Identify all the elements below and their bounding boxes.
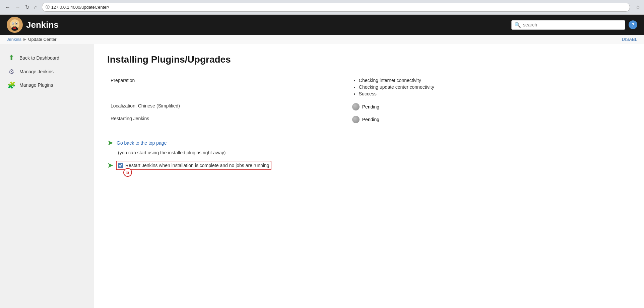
help-button[interactable]: ?	[629, 20, 637, 29]
restarting-status-text: Pending	[362, 117, 379, 122]
localization-status: Pending	[349, 100, 631, 113]
refresh-button[interactable]: ↻	[23, 3, 31, 11]
preparation-row: Preparation Checking internet connectivi…	[107, 75, 631, 100]
jenkins-title: Jenkins	[26, 20, 59, 30]
breadcrumb-separator: ▶	[23, 37, 26, 42]
header-right: 🔍 ?	[511, 20, 637, 30]
sidebar-label-manage-jenkins: Manage Jenkins	[19, 69, 54, 74]
content-area: Installing Plugins/Upgrades Preparation …	[94, 44, 644, 308]
svg-point-5	[16, 23, 17, 24]
lock-icon: ⓘ	[46, 4, 50, 10]
restarting-label: Restarting Jenkins	[107, 113, 349, 126]
search-icon: 🔍	[514, 22, 521, 28]
localization-label: Localization: Chinese (Simplified)	[107, 100, 349, 113]
go-back-row: ➤ Go back to the top page	[107, 139, 631, 147]
prep-list: Checking internet connectivity Checking …	[359, 78, 627, 96]
sidebar: ⬆ Back to Dashboard ⚙ Manage Jenkins 🧩 M…	[0, 44, 94, 308]
localization-row: Localization: Chinese (Simplified) Pendi…	[107, 100, 631, 113]
restarting-dot	[352, 116, 360, 123]
sidebar-item-back-dashboard[interactable]: ⬆ Back to Dashboard	[5, 51, 89, 65]
prep-item-0: Checking internet connectivity	[359, 78, 627, 83]
home-button[interactable]: ⌂	[33, 4, 39, 11]
gear-icon: ⚙	[7, 68, 16, 76]
go-back-arrow-icon: ➤	[107, 139, 113, 147]
forward-button[interactable]: →	[13, 4, 22, 11]
restarting-row: Restarting Jenkins Pending	[107, 113, 631, 126]
page-title: Installing Plugins/Upgrades	[107, 54, 631, 65]
preparation-status: Checking internet connectivity Checking …	[349, 75, 631, 100]
address-bar[interactable]: ⓘ 127.0.0.1:4000/updateCenter/	[42, 3, 630, 12]
localization-status-text: Pending	[362, 104, 379, 109]
search-input[interactable]	[523, 22, 622, 27]
localization-pending: Pending	[352, 103, 627, 110]
install-table: Preparation Checking internet connectivi…	[107, 75, 631, 126]
restart-row: ➤ Restart Jenkins when installation is c…	[107, 161, 631, 170]
back-button[interactable]: ←	[3, 4, 12, 11]
prep-item-2: Success	[359, 91, 627, 96]
breadcrumb-bar: Jenkins ▶ Update Center DISABL	[0, 35, 644, 44]
svg-point-4	[13, 23, 14, 24]
puzzle-icon: 🧩	[7, 81, 16, 89]
restart-label: Restart Jenkins when installation is com…	[125, 163, 269, 168]
prep-item-1: Checking update center connectivity	[359, 84, 627, 90]
restart-checkbox[interactable]	[118, 163, 123, 168]
breadcrumb-current: Update Center	[28, 37, 57, 42]
url-text: 127.0.0.1:4000/updateCenter/	[51, 5, 109, 10]
restarting-status: Pending	[349, 113, 631, 126]
restart-checkbox-wrapper: Restart Jenkins when installation is com…	[116, 161, 271, 170]
bottom-section: ➤ Go back to the top page (you can start…	[107, 139, 631, 170]
jenkins-face-svg	[7, 17, 23, 33]
sidebar-label-back: Back to Dashboard	[19, 55, 59, 61]
jenkins-logo: Jenkins	[7, 17, 59, 33]
bookmark-icon[interactable]: ☆	[635, 4, 641, 11]
breadcrumb-jenkins-link[interactable]: Jenkins	[7, 37, 21, 42]
preparation-label: Preparation	[107, 75, 349, 100]
jenkins-logo-icon	[7, 17, 23, 33]
up-arrow-icon: ⬆	[7, 54, 16, 62]
sidebar-item-manage-jenkins[interactable]: ⚙ Manage Jenkins	[5, 65, 89, 78]
go-back-link[interactable]: Go back to the top page	[117, 140, 167, 146]
nav-buttons: ← → ↻ ⌂	[3, 3, 39, 11]
circle-badge: 5	[123, 168, 132, 177]
search-box[interactable]: 🔍	[511, 20, 625, 30]
localization-dot	[352, 103, 360, 110]
restarting-pending: Pending	[352, 116, 627, 123]
main-layout: ⬆ Back to Dashboard ⚙ Manage Jenkins 🧩 M…	[0, 44, 644, 308]
sidebar-label-manage-plugins: Manage Plugins	[19, 82, 53, 88]
svg-rect-7	[13, 27, 16, 29]
disable-link[interactable]: DISABL	[622, 37, 637, 42]
browser-chrome: ← → ↻ ⌂ ⓘ 127.0.0.1:4000/updateCenter/ ☆	[0, 0, 644, 15]
sidebar-item-manage-plugins[interactable]: 🧩 Manage Plugins	[5, 78, 89, 92]
go-back-subtext: (you can start using the installed plugi…	[118, 150, 631, 155]
jenkins-header: Jenkins 🔍 ?	[0, 15, 644, 35]
restart-arrow-icon: ➤	[107, 162, 113, 169]
